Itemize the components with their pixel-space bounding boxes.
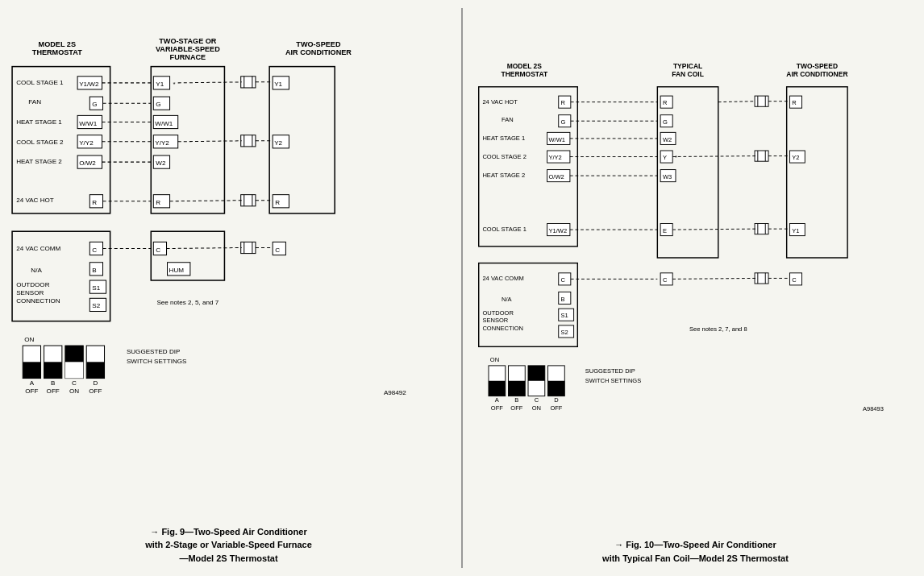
svg-text:OFF: OFF	[491, 404, 503, 412]
svg-text:C: C	[72, 379, 77, 387]
svg-rect-98	[23, 362, 40, 378]
svg-rect-217	[548, 381, 565, 396]
svg-text:B: B	[561, 296, 565, 303]
svg-text:See notes 2, 7, and 8: See notes 2, 7, and 8	[689, 325, 747, 333]
svg-text:ON: ON	[490, 356, 499, 363]
svg-text:Y1/W2: Y1/W2	[548, 227, 567, 234]
svg-text:D: D	[93, 379, 98, 387]
svg-rect-88	[241, 242, 256, 253]
svg-rect-215	[528, 366, 545, 381]
svg-text:COOL STAGE 2: COOL STAGE 2	[16, 139, 64, 146]
svg-text:Y/Y2: Y/Y2	[155, 139, 169, 147]
fig10-caption: → Fig. 10—Two-Speed Air Conditionerwith …	[475, 533, 916, 568]
svg-text:W/W1: W/W1	[548, 136, 565, 143]
svg-text:Y: Y	[663, 154, 667, 161]
fig10-wiring: text { font-family: Arial, sans-serif; f…	[475, 8, 916, 533]
svg-text:CONNECTION: CONNECTION	[16, 297, 60, 305]
svg-text:ON: ON	[69, 387, 79, 395]
svg-text:R: R	[561, 99, 566, 106]
svg-text:A98493: A98493	[863, 405, 884, 412]
svg-text:MODEL 2S: MODEL 2S	[507, 62, 542, 70]
svg-text:ON: ON	[532, 404, 541, 412]
svg-text:R: R	[275, 199, 280, 206]
svg-rect-59	[241, 195, 256, 206]
svg-text:COOL STAGE 1: COOL STAGE 1	[16, 79, 64, 86]
svg-text:O/W2: O/W2	[79, 160, 96, 167]
svg-text:SWITCH SETTINGS: SWITCH SETTINGS	[585, 377, 641, 384]
svg-text:THERMOSTAT: THERMOSTAT	[32, 48, 82, 56]
svg-text:SWITCH SETTINGS: SWITCH SETTINGS	[127, 358, 187, 365]
svg-rect-103	[65, 362, 83, 378]
svg-line-175	[672, 156, 755, 157]
svg-rect-123	[479, 87, 578, 247]
svg-text:HEAT STAGE 2: HEAT STAGE 2	[482, 172, 525, 179]
fig9-section: text { font-family: Arial, sans-serif; f…	[8, 8, 449, 568]
svg-rect-100	[44, 362, 62, 378]
svg-rect-102	[65, 346, 83, 362]
svg-text:HUM: HUM	[169, 267, 185, 274]
svg-line-65	[178, 82, 242, 83]
svg-text:Y/Y2: Y/Y2	[79, 139, 94, 147]
svg-text:TYPICAL: TYPICAL	[673, 62, 702, 70]
svg-text:OFF: OFF	[89, 387, 102, 395]
svg-text:W3: W3	[663, 173, 672, 180]
svg-text:COOL STAGE 2: COOL STAGE 2	[482, 153, 526, 160]
svg-text:FAN: FAN	[502, 116, 514, 123]
svg-text:24 VAC HOT: 24 VAC HOT	[16, 197, 54, 204]
svg-text:HEAT STAGE 1: HEAT STAGE 1	[16, 118, 62, 126]
svg-text:N/A: N/A	[502, 296, 513, 303]
svg-text:OUTDOOR: OUTDOOR	[16, 281, 50, 288]
svg-text:Y2: Y2	[274, 139, 282, 147]
svg-text:24 VAC HOT: 24 VAC HOT	[482, 98, 518, 106]
svg-text:AIR CONDITIONER: AIR CONDITIONER	[285, 48, 352, 56]
svg-text:G: G	[561, 118, 566, 126]
svg-text:SUGGESTED DIP: SUGGESTED DIP	[585, 367, 635, 375]
svg-rect-163	[755, 96, 768, 106]
svg-rect-47	[241, 77, 256, 88]
svg-text:D: D	[554, 396, 559, 404]
fig9-caption: → Fig. 9—Two-Speed Air Conditionerwith 2…	[8, 520, 449, 569]
svg-text:TWO-STAGE OR: TWO-STAGE OR	[159, 37, 217, 45]
svg-text:C: C	[92, 247, 97, 254]
svg-text:C: C	[561, 276, 566, 284]
svg-text:THERMOSTAT: THERMOSTAT	[502, 70, 548, 78]
svg-text:Y1: Y1	[792, 227, 799, 234]
svg-text:OFF: OFF	[550, 404, 562, 412]
svg-text:G: G	[156, 101, 160, 108]
svg-text:MODEL 2S: MODEL 2S	[39, 40, 76, 48]
svg-text:C: C	[275, 247, 280, 254]
svg-text:TWO-SPEED: TWO-SPEED	[797, 62, 838, 70]
svg-text:24 VAC COMM: 24 VAC COMM	[16, 245, 60, 252]
svg-text:C: C	[792, 276, 797, 284]
svg-text:HEAT STAGE 2: HEAT STAGE 2	[16, 158, 62, 165]
svg-text:OFF: OFF	[510, 404, 522, 412]
svg-text:G: G	[663, 118, 668, 126]
fig10-section: text { font-family: Arial, sans-serif; f…	[475, 8, 916, 568]
svg-text:OFF: OFF	[47, 387, 60, 395]
svg-line-93	[167, 247, 242, 248]
fig9-wiring: text { font-family: Arial, sans-serif; f…	[8, 8, 449, 520]
svg-text:R: R	[792, 99, 797, 106]
svg-text:W/W1: W/W1	[79, 120, 98, 127]
svg-text:A: A	[30, 379, 35, 387]
svg-text:W2: W2	[663, 136, 672, 143]
svg-text:TWO-SPEED: TWO-SPEED	[296, 40, 341, 48]
svg-text:FAN: FAN	[28, 98, 41, 106]
svg-rect-213	[508, 381, 525, 396]
svg-text:HEAT STAGE 1: HEAT STAGE 1	[482, 135, 525, 142]
svg-text:COOL STAGE 1: COOL STAGE 1	[482, 226, 526, 233]
svg-rect-201	[755, 273, 768, 284]
svg-text:ON: ON	[24, 336, 34, 343]
svg-text:S2: S2	[561, 329, 568, 336]
svg-text:W2: W2	[156, 160, 166, 167]
svg-text:AIR CONDITIONER: AIR CONDITIONER	[786, 70, 847, 78]
svg-line-168	[718, 102, 755, 102]
svg-text:R: R	[663, 99, 668, 106]
svg-text:Y1: Y1	[274, 81, 282, 88]
svg-text:W/W1: W/W1	[155, 120, 173, 127]
svg-text:OUTDOOR: OUTDOOR	[482, 309, 514, 317]
svg-text:S1: S1	[561, 312, 568, 319]
svg-text:24 VAC COMM: 24 VAC COMM	[482, 275, 523, 282]
svg-text:A: A	[495, 396, 500, 404]
svg-text:G: G	[92, 101, 97, 108]
